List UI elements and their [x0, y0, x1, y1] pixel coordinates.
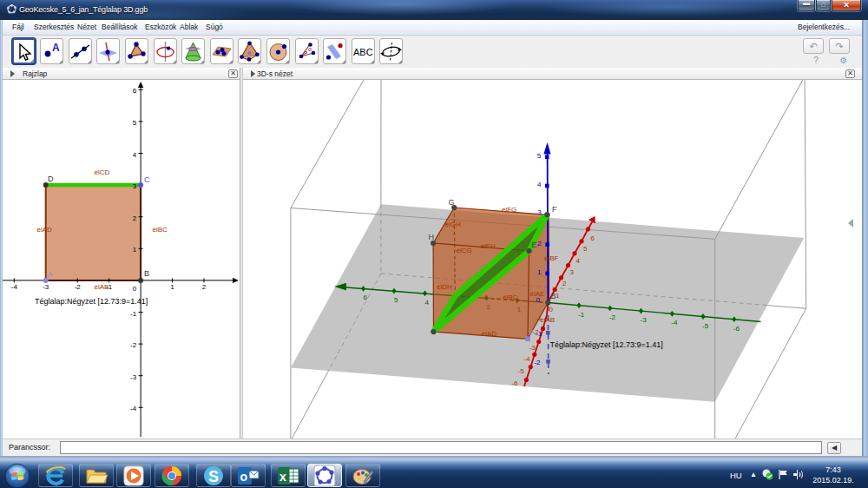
svg-text:A: A: [52, 42, 60, 54]
svg-text:D: D: [48, 175, 54, 183]
svg-text:ABC: ABC: [353, 47, 373, 57]
svg-text:-1: -1: [130, 310, 137, 318]
svg-text:1: 1: [133, 246, 137, 254]
svg-text:2: 2: [537, 240, 542, 247]
svg-text:-2: -2: [75, 283, 82, 291]
svg-text:-6: -6: [733, 325, 740, 333]
svg-text:6: 6: [133, 87, 137, 95]
svg-text:élCG: élCG: [457, 247, 472, 254]
svg-text:S: S: [208, 468, 219, 485]
svg-text:6: 6: [364, 293, 368, 301]
svg-text:-4: -4: [11, 283, 18, 291]
svg-text:Téglalap:Négyzet [12.73:9=1.41: Téglalap:Négyzet [12.73:9=1.41]: [550, 340, 663, 349]
svg-text:Téglalap:Négyzet [12.73:9=1.41: Téglalap:Négyzet [12.73:9=1.41]: [35, 297, 148, 306]
svg-text:5: 5: [394, 296, 398, 304]
svg-text:B: B: [144, 269, 149, 278]
svg-text:6: 6: [591, 234, 595, 242]
svg-text:élBC: élBC: [503, 293, 518, 301]
svg-text:-4: -4: [524, 355, 531, 363]
svg-text:3: 3: [537, 208, 542, 216]
svg-text:-5: -5: [518, 367, 525, 375]
svg-text:A: A: [529, 328, 535, 337]
svg-text:-2: -2: [130, 341, 137, 349]
svg-text:4: 4: [133, 151, 137, 159]
svg-text:B: B: [551, 292, 556, 300]
svg-text:2: 2: [562, 280, 567, 287]
svg-text:4: 4: [425, 299, 430, 307]
svg-text:-4: -4: [130, 405, 137, 412]
svg-text:A: A: [48, 270, 53, 279]
svg-text:4: 4: [576, 257, 581, 265]
svg-text:5: 5: [133, 119, 137, 127]
svg-text:-5: -5: [702, 322, 709, 330]
svg-text:-3: -3: [529, 344, 536, 352]
svg-text:élAD: élAD: [482, 330, 497, 338]
svg-text:-3: -3: [130, 373, 137, 381]
svg-text:C: C: [144, 175, 150, 184]
svg-text:4: 4: [537, 181, 542, 188]
svg-text:E: E: [532, 241, 537, 249]
svg-text:-3: -3: [43, 283, 49, 291]
svg-text:2: 2: [133, 214, 137, 222]
svg-text:élGH: élGH: [445, 221, 461, 228]
svg-text:5: 5: [583, 245, 588, 253]
svg-text:-1: -1: [578, 311, 585, 319]
svg-text:élAB: élAB: [95, 283, 109, 291]
svg-text:3: 3: [133, 182, 137, 190]
svg-text:-2: -2: [534, 359, 541, 366]
svg-text:0: 0: [549, 306, 554, 313]
svg-text:-4: -4: [671, 319, 678, 326]
svg-text:3: 3: [570, 268, 575, 276]
svg-text:x: x: [279, 470, 286, 484]
svg-text:5: 5: [537, 152, 542, 160]
svg-text:2: 2: [202, 283, 207, 291]
svg-text:élBC: élBC: [153, 226, 168, 234]
svg-text:-1: -1: [536, 330, 542, 338]
svg-text:1: 1: [537, 268, 542, 276]
svg-text:élAB: élAB: [540, 316, 555, 324]
svg-text:G: G: [449, 198, 455, 207]
svg-text:élDH: élDH: [437, 283, 452, 291]
svg-text:o: o: [240, 470, 248, 484]
svg-text:élEH: élEH: [481, 242, 496, 250]
svg-text:élCD: élCD: [95, 168, 110, 176]
svg-text:élBF: élBF: [544, 254, 559, 262]
svg-text:1: 1: [556, 292, 560, 300]
svg-text:H: H: [429, 233, 435, 241]
svg-text:1: 1: [170, 283, 174, 291]
svg-text:-2: -2: [609, 313, 616, 321]
svg-text:F: F: [552, 205, 557, 214]
svg-text:élFG: élFG: [502, 206, 516, 214]
svg-text:-3: -3: [641, 316, 648, 324]
svg-text:élAE: élAE: [530, 290, 545, 298]
svg-text:0: 0: [133, 285, 137, 293]
svg-text:élAD: élAD: [37, 226, 53, 234]
svg-text:α: α: [308, 46, 312, 52]
svg-text:-6: -6: [511, 379, 518, 387]
